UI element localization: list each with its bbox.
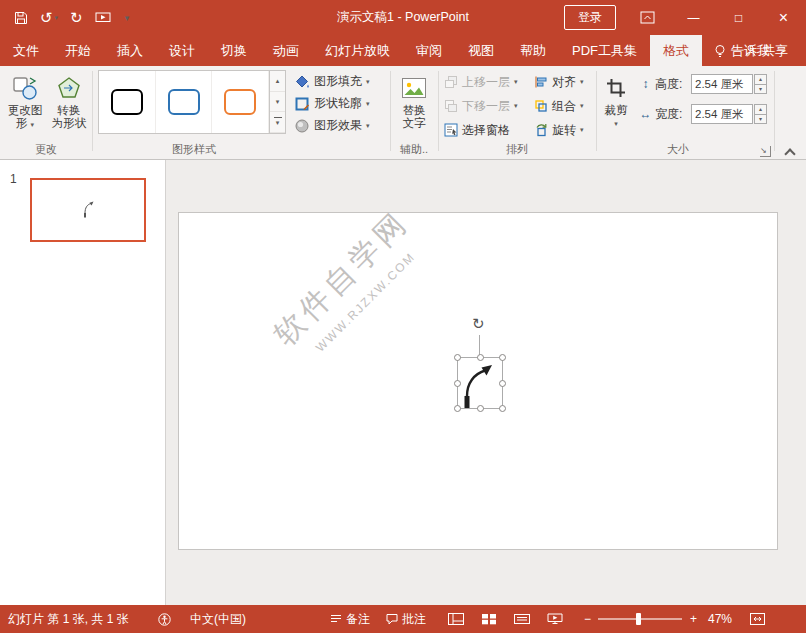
alt-text-button[interactable]: 替换 文字 [393,69,435,143]
height-step-down-button[interactable]: ▾ [754,85,767,95]
tab-design[interactable]: 设计 [156,35,208,66]
gallery-more-button[interactable]: ▾ [270,112,285,133]
tab-slideshow[interactable]: 幻灯片放映 [312,35,403,66]
gallery-up-button[interactable]: ▴ [270,71,285,92]
shape-effects-dropdown-icon: ▾ [366,122,370,130]
tab-view[interactable]: 视图 [455,35,507,66]
crop-button[interactable]: 裁剪 ▾ [598,69,634,143]
gallery-scroll-buttons: ▴ ▾ ▾ [269,71,285,133]
launcher-arrow-icon: ↘ [760,146,767,155]
zoom-in-button[interactable]: + [690,605,697,633]
send-backward-button[interactable]: 下移一层 ▾ [442,95,520,117]
zoom-slider[interactable] [598,605,682,633]
thumbnail-shape-glyph [82,200,96,218]
tab-transitions[interactable]: 切换 [208,35,260,66]
shape-fill-button[interactable]: 图形填充 ▾ [294,71,370,92]
resize-handle-e[interactable] [499,380,506,387]
zoom-level[interactable]: 47% [708,605,732,633]
change-shape-dropdown-icon: ▾ [31,121,35,128]
style-preset-3[interactable] [212,71,269,133]
size-dialog-launcher[interactable]: ↘ [760,146,771,157]
shape-outline-button[interactable]: 形状轮廓 ▾ [294,93,370,114]
width-input[interactable] [691,104,753,124]
tab-file[interactable]: 文件 [0,35,52,66]
zoom-slider-thumb[interactable] [636,613,641,625]
zoom-out-button[interactable]: − [584,605,591,633]
group-accessibility: 替换 文字 辅助.. [392,66,436,159]
tab-animations[interactable]: 动画 [260,35,312,66]
slide-canvas[interactable]: 软件自学网 WWW.RJZXW.COM ↻ [178,212,778,550]
tab-home[interactable]: 开始 [52,35,104,66]
comments-button[interactable]: 批注 [386,605,426,633]
zoom-slider-track[interactable] [598,618,682,620]
change-shape-button[interactable]: 更改图 形 ▾ [4,69,46,143]
minimize-button[interactable]: — [671,0,716,35]
align-icon [534,75,548,89]
reading-view-button[interactable] [514,605,530,633]
maximize-button[interactable]: □ [716,0,761,35]
accessibility-checker-button[interactable] [158,605,171,633]
language-status[interactable]: 中文(中国) [190,605,246,633]
normal-view-icon [448,613,464,625]
resize-handle-se[interactable] [499,405,506,412]
group-dropdown-icon: ▾ [580,102,584,110]
rotate-button[interactable]: 旋转 ▾ [532,119,586,141]
resize-handle-n[interactable] [477,354,484,361]
close-button[interactable]: × [761,0,806,35]
shape-effects-button[interactable]: 图形效果 ▾ [294,115,370,136]
gallery-down-button[interactable]: ▾ [270,92,285,113]
notes-button[interactable]: 备注 [330,605,370,633]
selection-pane-button[interactable]: 选择窗格 [442,119,512,141]
width-label: 宽度: [655,106,691,123]
tab-format[interactable]: 格式 [650,35,702,66]
ribbon-display-options-button[interactable] [640,11,655,24]
tab-review[interactable]: 审阅 [403,35,455,66]
height-input[interactable] [691,74,753,94]
convert-to-shape-button[interactable]: 转换 为形状 [48,69,90,143]
slide-number: 1 [10,172,17,186]
down-arrow-icon: ▾ [276,98,280,106]
crop-icon [606,72,626,104]
tab-insert[interactable]: 插入 [104,35,156,66]
selection-pane-icon [444,123,458,137]
resize-handle-w[interactable] [454,380,461,387]
share-button[interactable]: 共享 [736,35,796,66]
watermark-text: 软件自学网 [243,179,442,378]
slideshow-view-button[interactable] [547,605,563,633]
resize-handle-sw[interactable] [454,405,461,412]
style-preset-2[interactable] [156,71,213,133]
change-group-label: 更改 [2,142,90,157]
rotation-handle[interactable]: ↻ [472,315,485,333]
width-stepper: ▴ ▾ [754,104,767,124]
slide-thumbnail[interactable] [30,178,146,242]
resize-handle-s[interactable] [477,405,484,412]
tab-pdf-tools[interactable]: PDF工具集 [559,35,650,66]
align-label: 对齐 [552,74,576,91]
resize-handle-nw[interactable] [454,354,461,361]
resize-handle-ne[interactable] [499,354,506,361]
height-step-up-button[interactable]: ▴ [754,74,767,85]
tab-help[interactable]: 帮助 [507,35,559,66]
bring-forward-button[interactable]: 上移一层 ▾ [442,71,520,93]
send-backward-dropdown-icon: ▾ [514,102,518,110]
width-step-up-button[interactable]: ▴ [754,104,767,115]
rotate-label: 旋转 [552,122,576,139]
bring-forward-dropdown-icon: ▾ [514,78,518,86]
login-button[interactable]: 登录 [564,5,616,30]
shape-effects-icon [294,118,310,134]
more-arrow-icon: ▾ [276,119,280,127]
collapse-ribbon-button[interactable] [784,148,795,159]
watermark: 软件自学网 WWW.RJZXW.COM [243,179,456,392]
style-preset-shape [168,89,200,115]
align-button[interactable]: 对齐 ▾ [532,71,586,93]
normal-view-button[interactable] [448,605,464,633]
style-preset-1[interactable] [99,71,156,133]
bring-forward-icon [444,75,458,89]
slide-sorter-button[interactable] [481,605,497,633]
fit-to-window-button[interactable] [750,605,765,633]
group-size: 裁剪 ▾ ↕ 高度: ▴ ▾ ↔ 宽度: ▴ ▾ [598,66,772,159]
slide-info: 幻灯片 第 1 张, 共 1 张 [8,605,129,633]
group-button[interactable]: 组合 ▾ [532,95,586,117]
width-step-down-button[interactable]: ▾ [754,115,767,125]
shape-width-icon: ↔ [638,107,653,121]
